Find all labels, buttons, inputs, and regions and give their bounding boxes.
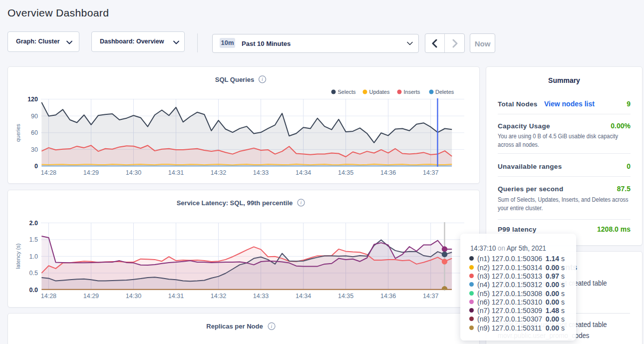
svg-text:Inserts: Inserts — [404, 89, 421, 95]
svg-text:latency (s): latency (s) — [15, 244, 21, 269]
svg-text:14:31: 14:31 — [168, 169, 184, 176]
svg-text:Service Latency: SQL, 99th per: Service Latency: SQL, 99th percentile — [177, 199, 293, 207]
svg-text:60: 60 — [31, 129, 38, 136]
svg-text:1.0: 1.0 — [29, 253, 38, 260]
svg-text:i: i — [262, 76, 263, 82]
svg-text:14:36: 14:36 — [380, 169, 396, 176]
svg-text:Replicas per Node: Replicas per Node — [206, 323, 263, 330]
svg-text:14:30: 14:30 — [126, 293, 141, 300]
svg-text:0: 0 — [34, 163, 38, 170]
svg-text:SQL Queries: SQL Queries — [215, 76, 255, 83]
svg-text:90: 90 — [31, 113, 38, 120]
svg-text:i: i — [271, 324, 273, 329]
svg-text:queries: queries — [15, 123, 21, 142]
svg-text:14:33: 14:33 — [253, 293, 269, 300]
svg-text:0.0: 0.0 — [29, 287, 38, 294]
svg-text:0.5: 0.5 — [29, 270, 38, 277]
svg-text:14:34: 14:34 — [296, 293, 311, 300]
svg-text:14:35: 14:35 — [338, 169, 353, 176]
svg-text:14:28: 14:28 — [41, 169, 56, 176]
svg-text:14:30: 14:30 — [126, 169, 141, 176]
svg-text:14:35: 14:35 — [338, 293, 353, 300]
svg-text:2.0: 2.0 — [29, 220, 38, 227]
svg-text:14:29: 14:29 — [83, 293, 99, 300]
svg-text:14:31: 14:31 — [168, 293, 184, 300]
svg-text:120: 120 — [27, 96, 38, 103]
svg-text:1.5: 1.5 — [29, 236, 38, 243]
svg-text:14:37: 14:37 — [423, 169, 438, 176]
svg-text:14:33: 14:33 — [253, 169, 269, 176]
svg-text:Updates: Updates — [369, 89, 390, 95]
svg-text:Deletes: Deletes — [435, 89, 454, 95]
svg-text:14:37: 14:37 — [423, 293, 438, 300]
svg-text:14:34: 14:34 — [296, 169, 311, 176]
svg-text:30: 30 — [31, 146, 38, 153]
svg-text:14:32: 14:32 — [211, 293, 226, 300]
svg-text:14:29: 14:29 — [83, 169, 99, 176]
svg-text:14:28: 14:28 — [41, 293, 56, 300]
svg-text:i: i — [301, 200, 302, 205]
svg-text:Selects: Selects — [338, 89, 356, 95]
svg-text:14:36: 14:36 — [380, 293, 396, 300]
svg-text:14:32: 14:32 — [211, 169, 226, 176]
